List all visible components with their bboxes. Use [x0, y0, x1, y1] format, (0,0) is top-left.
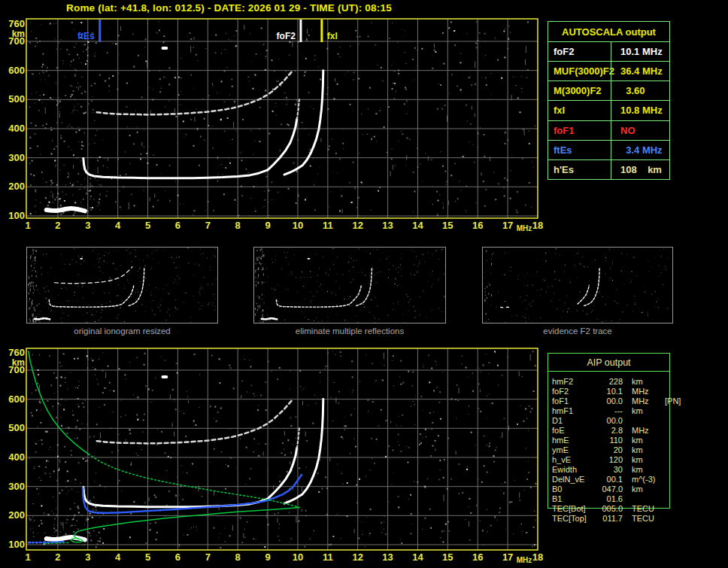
aip-param-value: 00.0: [596, 416, 623, 426]
aip-row-hmf2: hmF2228km: [552, 377, 672, 387]
svg-text:700: 700: [8, 35, 25, 47]
svg-text:200: 200: [8, 181, 25, 192]
svg-text:600: 600: [8, 65, 25, 76]
aip-param-label: D1: [552, 416, 596, 426]
svg-text:11: 11: [323, 551, 333, 563]
aip-param-note: [665, 504, 672, 514]
aip-param-label: foF1: [552, 396, 596, 406]
aip-param-label: B0: [552, 484, 596, 494]
aip-param-label: Ewidth: [552, 465, 596, 475]
svg-text:6: 6: [175, 220, 180, 231]
aip-param-unit: km: [632, 484, 665, 494]
autoscala-param-label: MUF(3000)F2: [548, 62, 611, 80]
svg-text:8: 8: [235, 220, 241, 231]
aip-row-delnve: DelN_vE00.1m^(-3): [552, 475, 672, 484]
svg-text:700: 700: [8, 364, 25, 375]
svg-text:17: 17: [502, 220, 513, 231]
aip-param-label: TEC[Top]: [552, 514, 596, 524]
svg-text:15: 15: [442, 220, 453, 231]
aip-param-note: [665, 465, 672, 475]
aip-param-value: 10.1: [596, 387, 623, 396]
aip-param-value: 00.0: [596, 396, 623, 406]
thumbnail-f2-evidence: [482, 247, 673, 323]
autoscala-row-fof2: foF210.1 MHz: [548, 42, 669, 62]
aip-row-b1: B101.6: [552, 494, 672, 504]
autoscala-table-header: AUTOSCALA output: [548, 22, 669, 42]
aip-param-unit: km: [632, 377, 665, 387]
svg-text:760: 760: [8, 18, 25, 29]
svg-text:400: 400: [8, 451, 25, 463]
aip-param-value: 2.8: [596, 426, 623, 436]
aip-param-label: foF2: [552, 387, 596, 396]
svg-text:100: 100: [8, 210, 25, 221]
autoscala-param-label: h'Es: [548, 160, 611, 179]
top-ionogram-plot: ftEsfoF2fxI760km700600500400300200100123…: [8, 18, 543, 232]
aip-param-note: [665, 426, 672, 436]
svg-text:400: 400: [8, 123, 25, 134]
aip-param-note: [665, 406, 672, 416]
svg-text:16: 16: [472, 551, 483, 563]
aip-row-yme: ymE20km: [552, 445, 672, 455]
svg-text:13: 13: [382, 551, 393, 563]
autoscala-param-value: 3.60: [611, 81, 669, 100]
aip-param-label: ymE: [552, 445, 596, 455]
aip-table-rows: hmF2228kmfoF210.1MHzfoF100.0MHz[PN]hmF1-…: [552, 377, 672, 524]
svg-text:6: 6: [175, 551, 180, 563]
autoscala-param-value: 36.4 MHz: [611, 62, 669, 80]
autoscala-param-value: 108 km: [611, 160, 669, 179]
aip-row-b0: B0047.0km: [552, 484, 672, 494]
aip-param-unit: MHz: [632, 396, 665, 406]
svg-text:MHz: MHz: [517, 224, 532, 232]
thumbnail-multiples-removed-image: [254, 248, 445, 323]
svg-text:2: 2: [55, 551, 60, 563]
svg-text:100: 100: [8, 539, 25, 550]
aip-param-label: B1: [552, 494, 596, 504]
aip-row-tecbot: TEC[Bot]005.0TECU: [552, 504, 672, 514]
aip-param-unit: km: [632, 465, 665, 475]
aip-param-note: [665, 484, 672, 494]
aip-param-unit: TECU: [632, 514, 665, 524]
autoscala-row-ftes: ftEs 3.4 MHz: [548, 141, 669, 160]
aip-param-unit: km: [632, 455, 665, 465]
thumbnail-multiples-removed: [253, 247, 446, 323]
aip-table-header: AIP output: [548, 354, 670, 372]
autoscala-row-fof1: foF1NO: [548, 121, 669, 141]
thumbnail-caption-original: original ionogram resized: [26, 327, 218, 336]
aip-param-label: TEC[Bot]: [552, 504, 596, 514]
aip-param-label: hmF2: [552, 377, 596, 387]
aip-param-value: 01.6: [596, 494, 623, 504]
aip-row-fof2: foF210.1MHz: [552, 387, 672, 396]
thumbnail-caption-f2: evidence F2 trace: [482, 327, 673, 336]
aip-param-unit: km: [632, 436, 665, 445]
aip-param-note: [665, 494, 672, 504]
aip-param-note: [665, 455, 672, 465]
svg-text:200: 200: [8, 509, 25, 521]
autoscala-row-m3000f2: M(3000)F2 3.60: [548, 81, 669, 101]
aip-param-unit: MHz: [632, 387, 665, 396]
svg-text:4: 4: [115, 220, 121, 231]
svg-text:18: 18: [532, 551, 543, 563]
svg-text:7: 7: [205, 220, 211, 231]
svg-text:16: 16: [472, 220, 483, 231]
svg-text:3: 3: [85, 220, 90, 231]
svg-text:500: 500: [8, 422, 25, 433]
aip-row-hve: h_vE120km: [552, 455, 672, 465]
svg-text:14: 14: [412, 220, 423, 231]
aip-row-hmf1: hmF1---km: [552, 406, 672, 416]
svg-text:11: 11: [323, 220, 333, 231]
svg-text:14: 14: [412, 551, 423, 563]
svg-text:300: 300: [8, 152, 25, 163]
aip-param-unit: MHz: [632, 426, 665, 436]
svg-text:5: 5: [145, 551, 150, 563]
autoscala-param-value: 10.1 MHz: [611, 42, 669, 61]
aip-param-unit: km: [632, 406, 665, 416]
autoscala-param-label: ftEs: [548, 141, 611, 159]
svg-text:1: 1: [25, 220, 30, 231]
autoscala-table-rows: foF210.1 MHzMUF(3000)F236.4 MHzM(3000)F2…: [548, 42, 669, 179]
aip-param-unit: m^(-3): [632, 475, 665, 484]
aip-param-unit: km: [632, 445, 665, 455]
aip-param-note: [665, 514, 672, 524]
aip-param-note: [665, 436, 672, 445]
autoscala-param-label: foF2: [548, 42, 611, 61]
svg-text:MHz: MHz: [517, 556, 532, 564]
